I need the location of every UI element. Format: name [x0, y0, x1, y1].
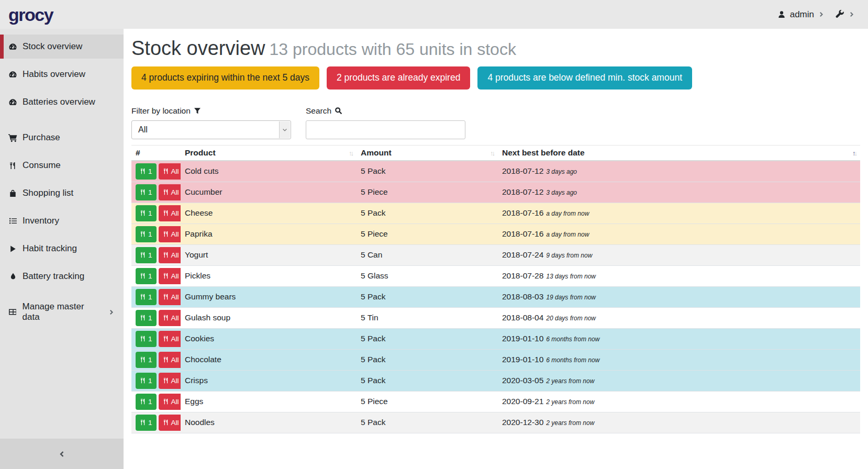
sidebar-item-battery-tracking[interactable]: Battery tracking [0, 264, 124, 288]
best-before-cell: 2019-01-106 months from now [498, 328, 860, 349]
sidebar-nav: Stock overview Habits overview Batteries… [0, 29, 124, 324]
product-cell: Cucumber [181, 182, 357, 203]
consume-one-button[interactable]: 1 [136, 394, 157, 410]
product-cell: Yogurt [181, 244, 357, 265]
search-input[interactable] [306, 120, 465, 139]
sidebar-item-habits-overview[interactable]: Habits overview [0, 62, 124, 86]
consume-all-button[interactable]: All [159, 331, 181, 347]
row-actions-cell: 1 All [131, 182, 181, 203]
consume-one-label: 1 [148, 230, 152, 238]
table-row-paprika: 1 All Paprika 5 Piece 2018-07-16a day fr… [131, 224, 860, 244]
sidebar-item-purchase[interactable]: Purchase [0, 126, 124, 150]
wrench-icon [836, 10, 844, 19]
consume-all-button[interactable]: All [159, 226, 181, 242]
consume-all-button[interactable]: All [159, 310, 181, 326]
row-actions-cell: 1 All [131, 286, 181, 307]
best-before-date: 2019-01-10 [502, 334, 543, 343]
consume-one-button[interactable]: 1 [136, 310, 157, 326]
consume-one-button[interactable]: 1 [136, 373, 157, 389]
sidebar-item-batteries-overview[interactable]: Batteries overview [0, 90, 124, 114]
tachometer-icon [8, 98, 18, 107]
best-before-cell: 2020-03-052 years from now [498, 370, 860, 391]
consume-all-button[interactable]: All [159, 163, 181, 180]
amount-cell: 5 Piece [357, 224, 498, 244]
consume-one-button[interactable]: 1 [136, 247, 157, 263]
chevron-left-icon [59, 451, 65, 457]
chevron-down-icon [279, 121, 290, 138]
consume-one-label: 1 [148, 209, 152, 217]
row-actions-cell: 1 All [131, 203, 181, 224]
column-header-next-best-before-date[interactable]: ↑↓Next best before date [498, 145, 860, 161]
column-header-amount[interactable]: ↑↓Amount [357, 145, 498, 161]
consume-one-button[interactable]: 1 [136, 163, 157, 180]
consume-one-button[interactable]: 1 [136, 205, 157, 221]
best-before-timeago: 3 days ago [546, 189, 577, 196]
tachometer-icon [8, 70, 18, 79]
column-header-index: # [131, 145, 181, 161]
consume-one-button[interactable]: 1 [136, 268, 157, 284]
consume-all-button[interactable]: All [159, 415, 181, 431]
amount-cell: 5 Pack [357, 412, 498, 433]
utensils-icon [163, 231, 169, 237]
grocy-logo[interactable]: grocy [8, 6, 53, 24]
consume-one-button[interactable]: 1 [136, 184, 157, 200]
utensils-icon [163, 168, 169, 174]
consume-one-button[interactable]: 1 [136, 352, 157, 368]
best-before-date: 2018-07-16 [502, 229, 543, 238]
consume-all-button[interactable]: All [159, 373, 181, 389]
settings-menu[interactable] [836, 10, 854, 19]
consume-one-button[interactable]: 1 [136, 226, 157, 242]
consume-all-button[interactable]: All [159, 184, 181, 200]
row-actions-cell: 1 All [131, 161, 181, 182]
sidebar-item-label: Inventory [23, 216, 59, 226]
sort-icon[interactable]: ↑↓ [349, 149, 352, 157]
sidebar-item-inventory[interactable]: Inventory [0, 209, 124, 233]
status-badge-expiring[interactable]: 4 products expiring within the next 5 da… [131, 66, 319, 90]
utensils-icon [8, 162, 18, 170]
user-menu[interactable]: admin [777, 9, 824, 20]
best-before-timeago: 6 months from now [546, 336, 599, 343]
sidebar-item-label: Habit tracking [23, 243, 77, 254]
best-before-date: 2018-08-03 [502, 292, 543, 301]
best-before-date: 2018-07-28 [502, 271, 543, 280]
sidebar-collapse-button[interactable] [0, 439, 124, 469]
status-badge-label: 4 products expiring within the next 5 da… [141, 72, 309, 83]
consume-all-button[interactable]: All [159, 289, 181, 305]
consume-one-label: 1 [148, 168, 152, 175]
sidebar-item-consume[interactable]: Consume [0, 153, 124, 177]
consume-all-button[interactable]: All [159, 205, 181, 221]
search-label-text: Search [306, 106, 331, 116]
utensils-icon [163, 377, 169, 384]
location-select[interactable]: All [131, 120, 291, 139]
utensils-icon [163, 398, 169, 405]
stock-table-body: 1 All Cold cuts 5 Pack 2018-07-123 days … [131, 161, 860, 433]
sidebar-item-manage-master-data[interactable]: Manage master data [0, 300, 124, 324]
consume-all-button[interactable]: All [159, 352, 181, 368]
consume-one-button[interactable]: 1 [136, 331, 157, 347]
table-row-cold-cuts: 1 All Cold cuts 5 Pack 2018-07-123 days … [131, 161, 860, 182]
status-badge-expired[interactable]: 2 products are already expired [327, 66, 470, 90]
consume-one-button[interactable]: 1 [136, 415, 157, 431]
column-header-product[interactable]: ↑↓Product [181, 145, 357, 161]
sidebar-item-habit-tracking[interactable]: Habit tracking [0, 237, 124, 261]
sidebar-item-stock-overview[interactable]: Stock overview [0, 35, 124, 59]
topbar-menus: admin [777, 9, 854, 20]
consume-all-button[interactable]: All [159, 268, 181, 284]
list-icon [8, 217, 18, 225]
consume-one-button[interactable]: 1 [136, 289, 157, 305]
best-before-timeago: 9 days from now [546, 252, 592, 259]
table-row-noodles: 1 All Noodles 5 Pack 2020-12-302 years f… [131, 412, 860, 433]
sort-icon[interactable]: ↑↓ [490, 149, 494, 157]
submenu-chevron-right-icon [106, 309, 116, 315]
best-before-cell: 2018-07-123 days ago [498, 182, 860, 203]
best-before-cell: 2018-07-16a day from now [498, 203, 860, 224]
row-actions-cell: 1 All [131, 265, 181, 286]
table-row-eggs: 1 All Eggs 5 Piece 2020-09-212 years fro… [131, 391, 860, 412]
sort-icon-active[interactable]: ↑↓ [852, 149, 856, 157]
best-before-timeago: 6 months from now [546, 356, 599, 364]
consume-all-button[interactable]: All [159, 247, 181, 263]
sidebar-item-shopping-list[interactable]: Shopping list [0, 181, 124, 205]
status-badge-below-min[interactable]: 4 products are below defined min. stock … [477, 66, 692, 90]
product-cell: Eggs [181, 391, 357, 412]
consume-all-button[interactable]: All [159, 394, 181, 410]
